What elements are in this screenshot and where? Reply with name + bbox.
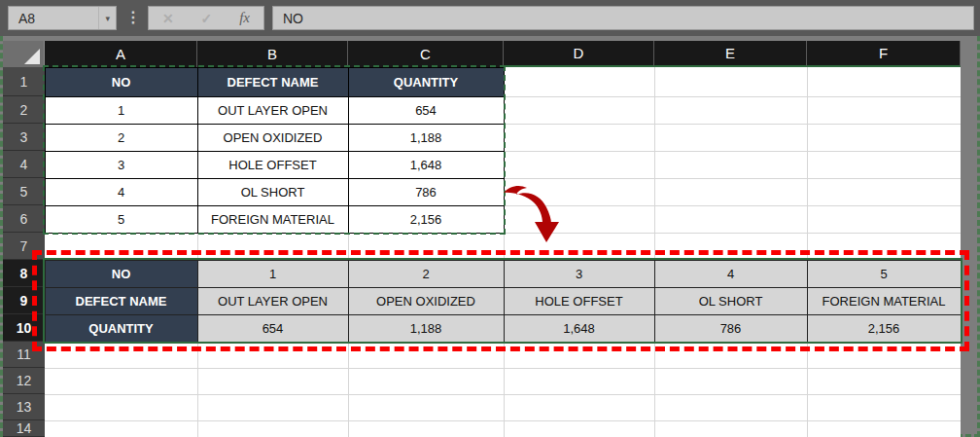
gridline <box>807 67 808 437</box>
source-cell[interactable]: 5 <box>45 205 198 234</box>
source-cell[interactable]: 1,188 <box>348 124 505 152</box>
row-header-13[interactable]: 13 <box>3 394 45 420</box>
name-box-value: A8 <box>18 11 35 26</box>
row-header-9[interactable]: 9 <box>3 287 45 314</box>
transposed-cell[interactable]: 2,156 <box>807 314 962 343</box>
column-header-c[interactable]: C <box>348 41 504 67</box>
transposed-cell[interactable]: FOREIGN MATERIAL <box>807 287 962 315</box>
formula-text: NO <box>283 11 303 26</box>
transposed-header-cell[interactable]: QUANTITY <box>45 314 198 343</box>
column-header-b[interactable]: B <box>197 41 348 67</box>
formula-buttons: ✕ ✓ fx <box>148 6 264 30</box>
source-cell[interactable]: OUT LAYER OPEN <box>197 96 349 125</box>
transposed-cell[interactable]: HOLE OFFSET <box>504 287 655 315</box>
transposed-cell[interactable]: OPEN OXIDIZED <box>348 287 505 315</box>
row-header-8[interactable]: 8 <box>3 260 45 287</box>
column-header-f[interactable]: F <box>807 41 961 67</box>
row-header-1[interactable]: 1 <box>3 67 45 96</box>
column-header-e[interactable]: E <box>654 41 807 67</box>
column-header-d[interactable]: D <box>504 41 654 67</box>
transposed-cell[interactable]: 1,648 <box>504 314 655 343</box>
gridline <box>45 420 961 421</box>
transposed-cell[interactable]: 1,188 <box>348 314 505 343</box>
source-table: NO DEFECT NAME QUANTITY 1 OUT LAYER OPEN… <box>45 67 504 233</box>
source-cell[interactable]: 3 <box>45 151 198 179</box>
column-header-a[interactable]: A <box>45 41 197 67</box>
transposed-table: NO 1 2 3 4 5 DEFECT NAME OUT LAYER OPEN … <box>45 260 961 342</box>
cancel-icon[interactable]: ✕ <box>162 11 174 26</box>
transposed-cell[interactable]: 5 <box>807 260 962 288</box>
row-header-10[interactable]: 10 <box>3 314 45 342</box>
transposed-cell[interactable]: 3 <box>504 260 655 288</box>
source-cell[interactable]: OL SHORT <box>197 178 349 206</box>
transposed-header-cell[interactable]: NO <box>45 260 198 288</box>
row-header-5[interactable]: 5 <box>3 178 45 205</box>
transposed-cell[interactable]: 786 <box>654 314 808 343</box>
formula-toolbar: A8 ▾ ⋮ ✕ ✓ fx NO <box>0 0 980 36</box>
gridline <box>45 394 961 395</box>
source-cell[interactable]: 4 <box>45 178 198 206</box>
source-header-cell[interactable]: QUANTITY <box>348 67 505 97</box>
transposed-cell[interactable]: OL SHORT <box>654 287 808 315</box>
row-header-3[interactable]: 3 <box>3 124 45 151</box>
transposed-header-cell[interactable]: DEFECT NAME <box>45 287 198 315</box>
gridline <box>654 67 655 437</box>
transposed-cell[interactable]: 4 <box>654 260 808 288</box>
source-cell[interactable]: 786 <box>348 178 505 206</box>
formula-input[interactable]: NO <box>272 6 974 30</box>
source-cell[interactable]: 654 <box>348 96 505 125</box>
gridline <box>45 368 961 369</box>
row-header-12[interactable]: 12 <box>3 368 45 394</box>
select-all-triangle-icon <box>24 49 40 64</box>
source-header-cell[interactable]: NO <box>45 67 198 97</box>
select-all-button[interactable] <box>3 41 45 67</box>
insert-function-icon[interactable]: fx <box>239 10 250 26</box>
transposed-cell[interactable]: 2 <box>348 260 505 288</box>
toolbar-separator-icon: ⋮ <box>125 5 141 30</box>
row-header-11[interactable]: 11 <box>3 342 45 368</box>
row-header-7[interactable]: 7 <box>3 233 45 260</box>
source-cell[interactable]: HOLE OFFSET <box>197 151 349 179</box>
enter-icon[interactable]: ✓ <box>201 11 213 26</box>
transposed-cell[interactable]: 654 <box>197 314 349 343</box>
excel-window: A8 ▾ ⋮ ✕ ✓ fx NO A B C D E F 1 2 3 4 5 6… <box>0 0 980 437</box>
source-header-cell[interactable]: DEFECT NAME <box>197 67 349 97</box>
row-header-4[interactable]: 4 <box>3 151 45 178</box>
transposed-cell[interactable]: OUT LAYER OPEN <box>197 287 349 315</box>
source-cell[interactable]: 1 <box>45 96 198 125</box>
source-cell[interactable]: 2 <box>45 124 198 152</box>
source-cell[interactable]: FOREIGN MATERIAL <box>197 205 349 234</box>
name-box[interactable]: A8 ▾ <box>8 6 117 30</box>
source-cell[interactable]: 1,648 <box>348 151 505 179</box>
transposed-cell[interactable]: 1 <box>197 260 349 288</box>
row-header-14[interactable]: 14 <box>3 420 45 437</box>
row-header-2[interactable]: 2 <box>3 96 45 124</box>
source-cell[interactable]: OPEN OXIDIZED <box>197 124 349 152</box>
row-header-6[interactable]: 6 <box>3 205 45 233</box>
chevron-down-icon[interactable]: ▾ <box>98 7 112 29</box>
source-cell[interactable]: 2,156 <box>348 205 505 234</box>
